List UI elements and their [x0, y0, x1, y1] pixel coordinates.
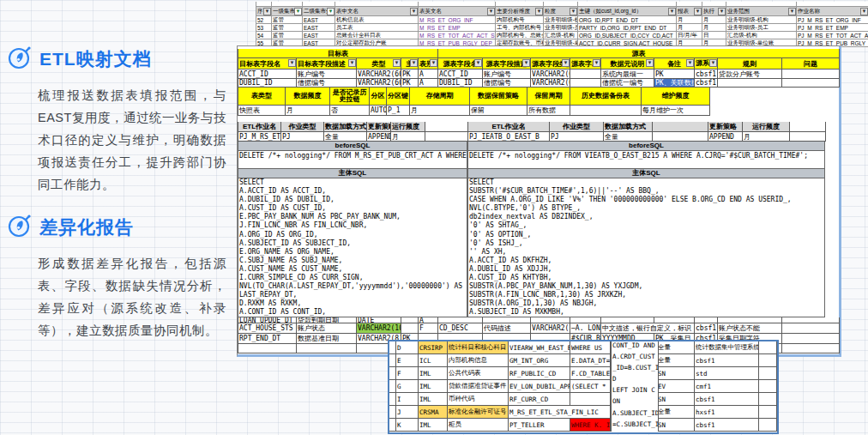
filter-dropdown-button[interactable]: ▼ — [718, 8, 726, 15]
cell: PK — [654, 69, 695, 79]
cell: P_1 — [387, 106, 410, 116]
filter-dropdown-button[interactable]: ▼ — [393, 59, 401, 67]
filter-dropdown-button[interactable]: ▼ — [562, 59, 570, 67]
cell: VIEARW_WH_EAST_B2 — [509, 341, 570, 354]
column-header: 表中文名▼ — [335, 7, 419, 16]
cell: cbsf1 — [695, 393, 759, 406]
code-line: A.DUBIL_ID AS XDJJH, — [468, 265, 824, 274]
cell: cbsf1 — [695, 323, 718, 334]
etl-job-table: ETL作业名作业类型数据加载方式更新策略运行频度PJ_M_RS_ET_PUPJ全… — [238, 122, 468, 142]
cell: VARCHAR2(60) — [531, 69, 570, 79]
section-diff-report: 差异化报告 形成数据差异化报告，包括源表、字段、数据缺失情况分析，差异应对（源系… — [7, 213, 237, 341]
cell: E — [396, 354, 419, 367]
cell: SN — [657, 367, 695, 380]
source-table-row: GIML贷款借据准贷证事件EV_LON_DUBIL_APPR(SELECT * … — [389, 380, 777, 393]
cell: 贷款分户账号 — [718, 69, 782, 79]
code-line: A.SUBJECT_ID — [612, 409, 658, 420]
cell — [389, 393, 396, 406]
code-line: _ID=B.CUST_I — [612, 364, 658, 375]
header-cell: 数据加载方式 — [324, 122, 367, 132]
code-line: A.ACCT_ID AS ACCT_ID, — [238, 187, 467, 196]
cell — [425, 122, 468, 132]
filter-dropdown-button[interactable]: ▼ — [348, 59, 356, 67]
column-header: 主键（如cust_id,org_id）▼ — [578, 7, 677, 16]
filter-dropdown-button[interactable]: ▼ — [522, 59, 530, 67]
filter-dropdown-button[interactable]: ▼ — [788, 8, 796, 15]
table-name-link[interactable]: M_RS_ET_EMP — [419, 24, 496, 32]
filter-dropdown-button[interactable]: ▼ — [668, 8, 676, 15]
cell — [782, 323, 840, 334]
filter-funnel-icon[interactable]: ▼ — [327, 8, 335, 15]
cell: 代码描述 — [483, 323, 531, 334]
table-name-link[interactable]: M_RS_ET_TOT_ACT_ACT_SBJ — [419, 32, 496, 39]
cell: 借据编号 — [297, 79, 357, 88]
header-cell: 表别▼ — [419, 58, 438, 69]
cell: D — [396, 341, 419, 354]
filter-dropdown-button[interactable]: ▼ — [860, 8, 868, 15]
cell: IML — [419, 419, 448, 432]
filter-dropdown-button[interactable]: ▼ — [593, 59, 600, 67]
filter-dropdown-button[interactable]: ▼ — [535, 8, 543, 15]
sheet-row: 53监管EAST员工表M_RS_ET_EMP工号、内部机构号业务明细级-员工PA… — [256, 24, 868, 32]
column-header: 报表▼ — [677, 7, 702, 16]
header-cell: 源表字段描述▼ — [483, 58, 531, 69]
source-table-row: DCRSIRP统计科目和核心科目VIEARW_WH_EAST_B2WHERE U… — [389, 341, 777, 354]
cell: cbsf1 — [695, 69, 718, 79]
etl-row: PJ_M_RS_ET_PUPJ全量APPEND月 — [238, 132, 468, 142]
cell: LOAN_UPDUE_DT — [238, 317, 297, 323]
cell: A — [419, 69, 438, 79]
cell — [570, 393, 611, 406]
table-name-link[interactable]: M_RS_ET_ORG_INF — [419, 16, 496, 24]
cell: 月 — [677, 24, 702, 32]
cell: PK — [401, 79, 419, 88]
code-line: E.PBC_PAY_BANK_NUM AS PBC_PAY_BANK_NUM, — [238, 213, 467, 221]
cell — [790, 122, 826, 132]
column-header: 主要分析维度▼ — [496, 7, 544, 16]
cell: K — [396, 419, 419, 432]
cell: 账户编号 — [297, 69, 357, 79]
filter-funnel-icon[interactable]: ▼ — [294, 8, 302, 15]
filter-dropdown-button[interactable]: ▼ — [430, 59, 437, 67]
cell — [389, 367, 396, 380]
section-etl-mapping: ETL映射文档 梳理报送数据表填报范围，与EAST复用度，通过统一业务与技术口径… — [7, 45, 237, 196]
filter-dropdown-button[interactable]: ▼ — [487, 8, 495, 15]
filter-dropdown-button[interactable]: ▼ — [570, 8, 577, 15]
cell: 业务明细级-机构 — [726, 16, 797, 24]
code-line: A.ACCT_ID AS DKFHZH, — [468, 257, 824, 265]
cell: PJ_M_RS_ET_PU — [238, 132, 281, 142]
timer-icon — [7, 45, 33, 74]
filter-dropdown-button[interactable]: ▼ — [709, 59, 717, 67]
cell — [759, 354, 777, 367]
filter-dropdown-button[interactable]: ▼ — [410, 59, 418, 67]
before-sql-header: beforeSQL — [238, 142, 467, 151]
etl-sql-panels: ETL作业名作业类型数据加载方式更新策略运行频度PJ_M_RS_ET_PUPJ全… — [238, 122, 839, 317]
header-cell: 历史数据备份表 — [570, 88, 642, 106]
cell — [710, 106, 840, 116]
cell: PARTY_ID,ORG_ID,RPT_END_DT — [578, 24, 677, 32]
filter-dropdown-button[interactable]: ▼ — [646, 59, 654, 67]
filter-dropdown-button[interactable]: ▼ — [263, 8, 271, 15]
cell: PK — [401, 69, 419, 79]
cell — [297, 344, 357, 353]
cell: ACT_HOUSE_STS — [238, 323, 297, 334]
before-sql-text: DELETE /*+ nologging*/ FROM VIEATB_O_EAS… — [467, 151, 825, 169]
filter-dropdown-button[interactable]: ▼ — [694, 8, 702, 15]
cell: CD_DESC — [438, 323, 483, 334]
source-table-row: FIML公共代码表RF_PUBLIC_CDF.CD_TABLE_SNstd — [389, 367, 777, 380]
header-cell: ETL作业名 — [238, 122, 281, 132]
filter-dropdown-button[interactable]: ▼ — [686, 59, 694, 67]
etl-panel-left: ETL作业名作业类型数据加载方式更新策略运行频度PJ_M_RS_ET_PUPJ全… — [238, 122, 467, 317]
cell: PJ_M_RS_ET_TOT_ACT_ACT_S — [797, 32, 868, 39]
filter-dropdown-button[interactable]: ▼ — [288, 59, 296, 67]
filter-dropdown-button[interactable]: ▼ — [410, 8, 418, 15]
filter-dropdown-button[interactable]: ▼ — [474, 59, 482, 67]
code-line: =C.SUBJECT_I — [612, 420, 658, 432]
header-cell: 数据元说明▼ — [601, 58, 654, 69]
section-title: 差异化报告 — [39, 215, 134, 239]
cell: PJ — [281, 132, 324, 142]
cell: 全量 — [657, 341, 695, 354]
section-title: ETL映射文档 — [39, 47, 152, 71]
column-header: 序▼ — [256, 7, 272, 16]
header-cell: 存储周期 — [410, 88, 470, 106]
header-cell: 分区键 — [387, 88, 410, 106]
